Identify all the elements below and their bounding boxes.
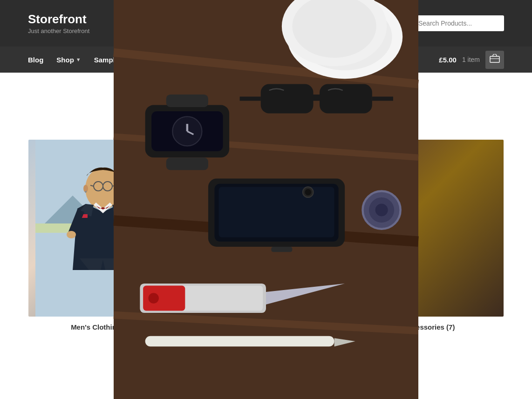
svg-point-76 [375,204,388,216]
main-content: Shop by Category [0,73,532,368]
category-grid: Men's Clothing (38) [28,140,504,331]
category-card-accessories[interactable]: Accessories (7) [355,140,504,331]
category-image-accessories [355,140,504,317]
